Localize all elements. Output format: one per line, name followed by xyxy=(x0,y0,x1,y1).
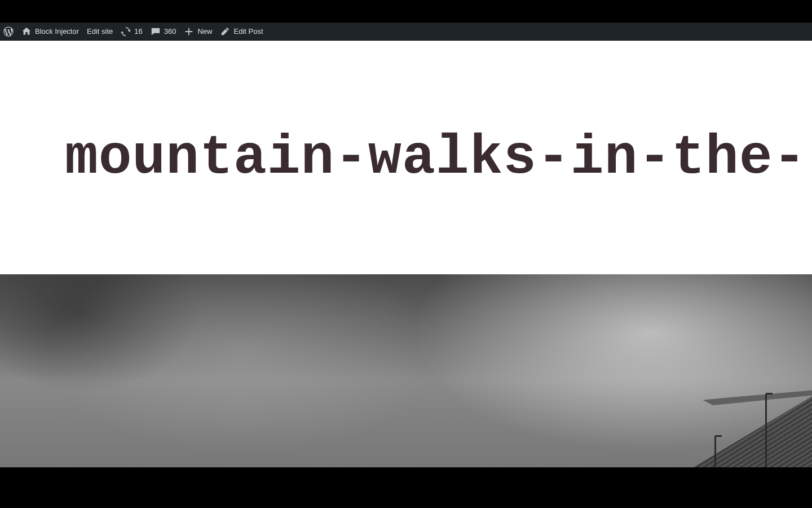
site-name: Block Injector xyxy=(35,27,79,36)
pencil-icon xyxy=(220,27,230,37)
comment-icon xyxy=(151,27,161,37)
home-icon xyxy=(21,27,32,37)
new-label: New xyxy=(197,27,212,36)
new-link[interactable]: New xyxy=(184,27,212,37)
wp-admin-bar: Block Injector Edit site 16 360 New Edit… xyxy=(0,23,812,41)
page-content: mountain-walks-in-the- xyxy=(0,41,812,467)
wordpress-icon xyxy=(3,27,14,37)
post-title: mountain-walks-in-the- xyxy=(65,126,806,189)
bridge-deck-graphic xyxy=(665,388,812,405)
edit-post-link[interactable]: Edit Post xyxy=(220,27,263,37)
refresh-icon xyxy=(121,27,131,37)
edit-site-label: Edit site xyxy=(87,27,113,36)
streetlight-icon xyxy=(714,436,716,467)
letterbox-top xyxy=(0,0,812,23)
site-name-link[interactable]: Block Injector xyxy=(21,27,79,37)
edit-post-label: Edit Post xyxy=(233,27,263,36)
plus-icon xyxy=(184,27,194,37)
streetlight-icon xyxy=(765,394,767,467)
comments-link[interactable]: 360 xyxy=(151,27,176,37)
edit-site-link[interactable]: Edit site xyxy=(87,27,113,36)
comments-count: 360 xyxy=(164,27,176,36)
wp-logo[interactable] xyxy=(3,27,14,37)
letterbox-bottom xyxy=(0,467,812,508)
updates-link[interactable]: 16 xyxy=(121,27,142,37)
featured-image xyxy=(0,274,812,467)
post-title-block: mountain-walks-in-the- xyxy=(0,41,812,274)
updates-count: 16 xyxy=(134,27,142,36)
